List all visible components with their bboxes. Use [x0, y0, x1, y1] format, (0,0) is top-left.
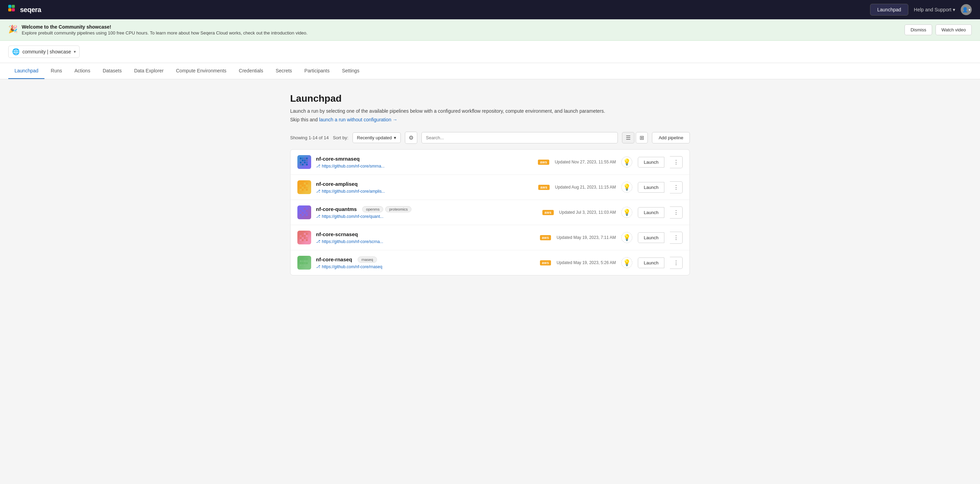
- tab-secrets[interactable]: Secrets: [269, 63, 298, 79]
- sort-option-text: Recently updated: [357, 135, 392, 140]
- chevron-down-icon: ▾: [394, 135, 396, 140]
- pipeline-tags: openms proteomics: [362, 206, 411, 212]
- svg-rect-68: [300, 258, 302, 260]
- tab-data-explorer[interactable]: Data Explorer: [128, 63, 170, 79]
- launch-button[interactable]: Launch: [638, 258, 664, 268]
- svg-rect-77: [302, 262, 304, 264]
- watch-video-button[interactable]: Watch video: [935, 24, 972, 35]
- svg-rect-44: [300, 212, 302, 214]
- list-view-button[interactable]: ☰: [622, 132, 635, 143]
- git-icon: ⎇: [316, 214, 320, 218]
- info-icon[interactable]: 💡: [621, 257, 632, 268]
- svg-rect-83: [306, 264, 308, 266]
- git-icon: ⎇: [316, 189, 320, 193]
- pipeline-name: nf-core-scrnaseq: [316, 231, 358, 237]
- svg-rect-49: [302, 214, 304, 216]
- search-input[interactable]: [422, 132, 618, 143]
- svg-rect-22: [304, 183, 305, 185]
- more-options-button[interactable]: ⋮: [670, 156, 682, 168]
- info-icon[interactable]: 💡: [621, 156, 632, 167]
- pipeline-meta: aws Updated May 19, 2023, 7:11 AM 💡 Laun…: [540, 232, 682, 244]
- workspace-selector[interactable]: 🌐 community | showcase ▾: [8, 46, 80, 58]
- view-toggle: ☰ ⊞: [622, 132, 648, 143]
- tab-launchpad[interactable]: Launchpad: [8, 63, 45, 79]
- svg-rect-32: [300, 189, 302, 191]
- add-pipeline-button[interactable]: Add pipeline: [652, 132, 690, 143]
- svg-rect-34: [304, 189, 305, 191]
- avatar[interactable]: 👤 ▾: [961, 4, 972, 15]
- pipeline-icon: [298, 231, 311, 244]
- tab-compute-environments[interactable]: Compute Environments: [170, 63, 232, 79]
- svg-rect-62: [304, 237, 305, 239]
- pipeline-name: nf-core-smrnaseq: [316, 156, 360, 162]
- svg-rect-37: [302, 208, 304, 210]
- svg-rect-82: [304, 264, 305, 266]
- tab-settings[interactable]: Settings: [336, 63, 366, 79]
- tab-credentials[interactable]: Credentials: [232, 63, 269, 79]
- workspace-name: community | showcase: [22, 49, 71, 54]
- tab-actions[interactable]: Actions: [68, 63, 97, 79]
- globe-icon: 🌐: [12, 48, 20, 56]
- tab-participants[interactable]: Participants: [298, 63, 336, 79]
- launch-button[interactable]: Launch: [638, 157, 664, 167]
- svg-rect-5: [302, 158, 304, 159]
- pipeline-url-link[interactable]: ⎇ https://github.com/nf-core/rnaseq: [316, 264, 535, 269]
- launch-button[interactable]: Launch: [638, 232, 664, 243]
- pipeline-url-link[interactable]: ⎇ https://github.com/nf-core/scrna...: [316, 239, 535, 244]
- help-support-label: Help and Support: [914, 7, 951, 13]
- svg-rect-66: [304, 239, 305, 241]
- launch-without-config-link[interactable]: launch a run without configuration →: [319, 117, 397, 123]
- dismiss-button[interactable]: Dismiss: [905, 24, 932, 35]
- svg-rect-73: [302, 260, 304, 262]
- more-options-button[interactable]: ⋮: [670, 207, 682, 218]
- skip-prefix: Skip this and: [290, 117, 318, 123]
- svg-rect-52: [300, 233, 302, 235]
- banner-left: 🎉 Welcome to the Community showcase! Exp…: [8, 24, 307, 35]
- community-banner: 🎉 Welcome to the Community showcase! Exp…: [0, 19, 980, 41]
- logo: seqera: [8, 5, 41, 14]
- cloud-badge: aws: [538, 185, 549, 190]
- page-title: Launchpad: [290, 93, 690, 104]
- pipeline-icon: [298, 155, 311, 169]
- pipeline-url-link[interactable]: ⎇ https://github.com/nf-core/quant...: [316, 214, 538, 219]
- info-icon[interactable]: 💡: [621, 207, 632, 218]
- updated-text: Updated Nov 27, 2023, 11:55 AM: [555, 159, 616, 164]
- svg-rect-8: [300, 159, 302, 161]
- more-options-button[interactable]: ⋮: [670, 232, 682, 244]
- banner-subtitle: Explore prebuilt community pipelines usi…: [22, 30, 307, 35]
- svg-rect-47: [306, 212, 308, 214]
- updated-text: Updated May 19, 2023, 7:11 AM: [557, 235, 616, 240]
- grid-view-button[interactable]: ⊞: [636, 132, 648, 143]
- banner-icon: 🎉: [8, 25, 18, 34]
- svg-rect-36: [300, 208, 302, 210]
- help-support-button[interactable]: Help and Support ▾: [914, 7, 955, 13]
- git-icon: ⎇: [316, 164, 320, 168]
- info-icon[interactable]: 💡: [621, 232, 632, 243]
- launch-button[interactable]: Launch: [638, 207, 664, 218]
- launch-button[interactable]: Launch: [638, 182, 664, 193]
- skip-text-line: Skip this and launch a run without confi…: [290, 116, 690, 123]
- more-options-button[interactable]: ⋮: [670, 257, 682, 269]
- sort-select[interactable]: Recently updated ▾: [353, 132, 401, 143]
- svg-rect-45: [302, 212, 304, 214]
- git-icon: ⎇: [316, 239, 320, 244]
- more-options-button[interactable]: ⋮: [670, 182, 682, 193]
- pipeline-url-link[interactable]: ⎇ https://github.com/nf-core/smrna...: [316, 164, 533, 169]
- svg-rect-24: [300, 185, 302, 186]
- pipeline-info: nf-core-scrnaseq ⎇ https://github.com/nf…: [316, 231, 535, 244]
- launchpad-header-button[interactable]: Launchpad: [870, 4, 908, 16]
- tab-runs[interactable]: Runs: [45, 63, 68, 79]
- pipeline-name: nf-core-ampliseq: [316, 181, 358, 187]
- pipeline-icon: [298, 256, 311, 269]
- svg-rect-51: [306, 214, 308, 216]
- pipeline-url-link[interactable]: ⎇ https://github.com/nf-core/amplis...: [316, 189, 533, 194]
- svg-rect-71: [306, 258, 308, 260]
- tab-datasets[interactable]: Datasets: [97, 63, 128, 79]
- svg-rect-50: [304, 214, 305, 216]
- svg-rect-14: [304, 162, 305, 163]
- svg-rect-63: [306, 237, 308, 239]
- svg-rect-74: [304, 260, 305, 262]
- info-icon[interactable]: 💡: [621, 182, 632, 193]
- cloud-badge: aws: [540, 260, 551, 266]
- filter-button[interactable]: ⚙: [405, 132, 417, 144]
